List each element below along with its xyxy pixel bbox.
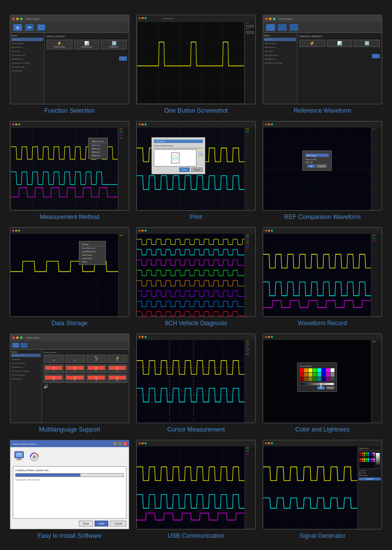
screenshot-measurement-method: Measurement Method 1 Method 2 Method 3 M… [10, 121, 129, 211]
svg-rect-52 [360, 460, 361, 462]
svg-rect-39 [366, 456, 367, 458]
svg-rect-22 [364, 453, 365, 454]
card-8ch-vehicle: CH1 CH2 CH3 CH4 CH5 CH6 CH7 CH8 8CH Vehi… [136, 227, 256, 327]
svg-rect-48 [368, 458, 369, 460]
card-color-lightness: Color Settings [263, 334, 382, 433]
card-one-button-screenshot: Oscilloscope [136, 15, 256, 114]
svg-rect-43 [373, 456, 375, 458]
label-ref-comparison: REF Comparison Waveform [284, 214, 361, 220]
svg-rect-49 [369, 458, 371, 460]
svg-rect-46 [364, 458, 365, 460]
card-reference-waveform: Select Function Select ■ Primary ■ Secon… [263, 15, 382, 114]
svg-rect-28 [360, 454, 361, 456]
label-data-storage: Data Storage [51, 320, 88, 327]
svg-rect-47 [366, 458, 367, 460]
card-usb-communication: CH1 CH2 CH3 USB Communication [136, 440, 256, 539]
screenshot-cursor-measurement: CH1 CH2 ΔT= 2.5ms ΔV= 4.0V [136, 334, 256, 423]
screenshot-usb-communication: CH1 CH2 CH3 [136, 440, 256, 529]
svg-rect-51 [373, 458, 375, 460]
label-print: Print [190, 214, 202, 220]
svg-rect-33 [369, 454, 371, 456]
svg-rect-42 [371, 456, 373, 458]
svg-rect-30 [364, 454, 365, 456]
svg-rect-37 [362, 456, 363, 458]
label-8ch-vehicle: 8CH Vehicle Diagnosis [165, 320, 227, 327]
screenshot-waveform-record: CH1 CH2 CH3 [263, 227, 382, 317]
svg-rect-54 [364, 460, 365, 462]
screenshot-ref-comparison: REF Setup Source: CH1 REF: On OK Cancel … [263, 121, 382, 211]
svg-rect-41 [369, 456, 371, 458]
svg-rect-21 [362, 453, 363, 454]
label-usb-communication: USB Communication [168, 532, 224, 539]
card-data-storage: Storage Save Waveform Load Waveform Save… [10, 227, 129, 327]
svg-rect-29 [362, 454, 363, 456]
card-waveform-record: CH1 CH2 CH3 Waveform Record [263, 227, 382, 327]
svg-rect-40 [368, 456, 369, 458]
screenshot-signal-generator: Signal Gen [263, 440, 382, 529]
svg-point-19 [34, 456, 35, 458]
screenshot-easy-install: Software Installation Wizard _ □ ✕ [10, 440, 129, 529]
svg-rect-27 [373, 453, 375, 454]
card-easy-install: Software Installation Wizard _ □ ✕ [10, 440, 129, 539]
svg-rect-15 [17, 458, 21, 459]
label-function-selection: Function Selection [45, 107, 95, 114]
screenshot-reference-waveform: Select Function Select ■ Primary ■ Secon… [263, 15, 382, 104]
svg-rect-38 [364, 456, 365, 458]
screenshot-data-storage: Storage Save Waveform Load Waveform Save… [10, 227, 129, 317]
svg-rect-20 [360, 453, 361, 454]
label-waveform-record: Waveform Record [298, 320, 347, 327]
svg-rect-34 [371, 454, 373, 456]
svg-rect-0 [39, 26, 43, 29]
svg-rect-57 [369, 460, 371, 462]
label-measurement-method: Measurement Method [40, 214, 99, 220]
label-cursor-measurement: Cursor Measurement [167, 426, 224, 433]
svg-rect-25 [369, 453, 371, 454]
svg-rect-53 [362, 460, 363, 462]
svg-rect-2 [172, 153, 179, 163]
svg-rect-56 [368, 460, 369, 462]
card-measurement-method: Measurement Method 1 Method 2 Method 3 M… [10, 121, 129, 220]
svg-rect-59 [373, 460, 375, 462]
label-reference-waveform: Reference Waveform [294, 107, 351, 114]
label-one-button-screenshot: One Button Screenshot [164, 107, 228, 114]
svg-rect-31 [366, 454, 367, 456]
feature-grid: Select Function [10, 15, 382, 539]
svg-rect-36 [360, 456, 361, 458]
card-cursor-measurement: CH1 CH2 ΔT= 2.5ms ΔV= 4.0V Cursor Measur… [136, 334, 256, 433]
screenshot-multilanguage: Select Function Select ■ Vehicle Diag ■ … [10, 334, 129, 423]
svg-rect-23 [366, 453, 367, 454]
card-multilanguage: Select Function Select ■ Vehicle Diag ■ … [10, 334, 129, 433]
screenshot-8ch-vehicle: CH1 CH2 CH3 CH4 CH5 CH6 CH7 CH8 [136, 227, 256, 317]
label-signal-generator: Signal Generator [299, 532, 346, 539]
label-color-lightness: Color and Lightness [295, 426, 349, 433]
card-print: Print Setup Printer: Default Printer [136, 121, 256, 220]
screenshot-one-button-screenshot: Oscilloscope [136, 15, 256, 104]
svg-rect-26 [371, 453, 373, 454]
card-ref-comparison: REF Setup Source: CH1 REF: On OK Cancel … [263, 121, 382, 220]
label-multilanguage: Multilanguage Support [39, 426, 100, 433]
screenshot-function-selection: Select Function [10, 15, 129, 104]
screenshot-color-lightness: Color Settings [263, 334, 382, 423]
svg-rect-55 [366, 460, 367, 462]
svg-rect-16 [16, 459, 22, 460]
svg-rect-44 [360, 458, 361, 460]
card-function-selection: Select Function [10, 15, 129, 114]
screenshot-print: Print Setup Printer: Default Printer [136, 121, 256, 211]
svg-rect-24 [368, 453, 369, 454]
label-easy-install: Easy to Install Software [38, 532, 102, 539]
svg-rect-32 [368, 454, 369, 456]
svg-rect-50 [371, 458, 373, 460]
svg-rect-12 [16, 453, 23, 457]
svg-rect-45 [362, 458, 363, 460]
svg-rect-58 [371, 460, 373, 462]
card-signal-generator: Signal Gen [263, 440, 382, 539]
svg-rect-61 [376, 453, 380, 467]
svg-rect-35 [373, 454, 375, 456]
